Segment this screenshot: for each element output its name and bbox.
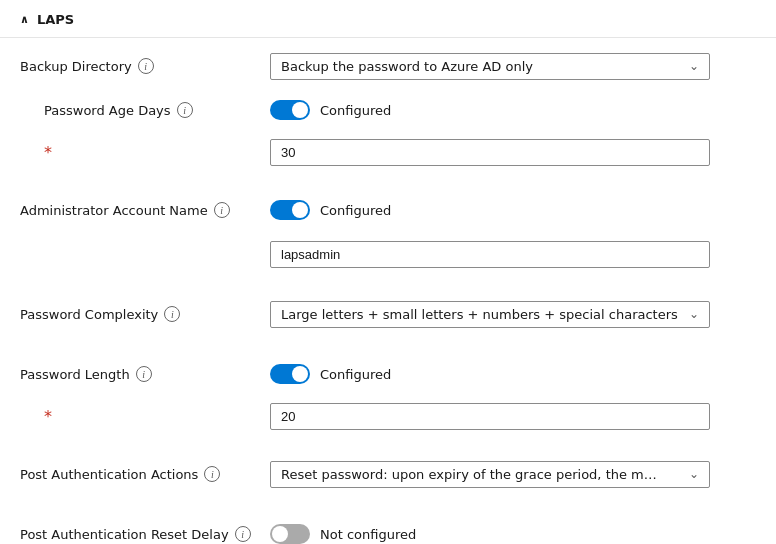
label-admin-account-name: Administrator Account Name i: [20, 202, 270, 218]
dropdown-post-auth-actions[interactable]: Reset password: upon expiry of the grace…: [270, 461, 710, 488]
control-password-complexity: Large letters + small letters + numbers …: [270, 301, 756, 328]
label-password-complexity: Password Complexity i: [20, 306, 270, 322]
label-password-age-days: Password Age Days i: [20, 102, 270, 118]
info-icon-backup-directory[interactable]: i: [138, 58, 154, 74]
control-post-auth-actions: Reset password: upon expiry of the grace…: [270, 461, 756, 488]
toggle-label-password-length: Configured: [320, 367, 391, 382]
input-control-password-age-days: [270, 139, 756, 166]
info-icon-post-auth-actions[interactable]: i: [204, 466, 220, 482]
input-control-admin-account-name: [270, 241, 756, 268]
info-icon-post-auth-reset-delay[interactable]: i: [235, 526, 251, 542]
label-post-auth-actions: Post Authentication Actions i: [20, 466, 270, 482]
section-chevron-icon[interactable]: ∧: [20, 13, 29, 26]
label-post-auth-reset-delay: Post Authentication Reset Delay i: [20, 526, 270, 542]
field-row-password-length: Password Length i Configured: [20, 354, 756, 394]
field-row-post-auth-actions: Post Authentication Actions i Reset pass…: [20, 454, 756, 494]
field-row-admin-account-name: Administrator Account Name i Configured: [20, 190, 756, 230]
divider-2: [20, 282, 756, 294]
field-row-password-complexity: Password Complexity i Large letters + sm…: [20, 294, 756, 334]
field-group-post-auth-reset-delay: Post Authentication Reset Delay i Not co…: [20, 514, 756, 544]
field-row-backup-directory: Backup Directory i Backup the password t…: [20, 46, 756, 86]
field-group-password-length: Password Length i Configured *: [20, 354, 756, 434]
section-header: ∧ LAPS: [0, 0, 776, 38]
input-admin-account-name[interactable]: [270, 241, 710, 268]
toggle-post-auth-reset-delay[interactable]: [270, 524, 310, 544]
control-backup-directory: Backup the password to Azure AD only ⌄: [270, 53, 756, 80]
info-icon-password-age-days[interactable]: i: [177, 102, 193, 118]
toggle-row-admin-account-name: Configured: [270, 200, 756, 220]
control-password-length-toggle: Configured: [270, 364, 756, 384]
control-password-age-days: Configured: [270, 100, 756, 120]
toggle-label-admin-account-name: Configured: [320, 203, 391, 218]
toggle-row-password-length: Configured: [270, 364, 756, 384]
divider-5: [20, 502, 756, 514]
field-group-backup-directory: Backup Directory i Backup the password t…: [20, 46, 756, 170]
toggle-label-password-age-days: Configured: [320, 103, 391, 118]
info-icon-password-length[interactable]: i: [136, 366, 152, 382]
required-star-password-length: *: [20, 407, 270, 426]
required-star-password-age-days: *: [20, 143, 270, 162]
section-title: LAPS: [37, 12, 74, 27]
dropdown-password-complexity[interactable]: Large letters + small letters + numbers …: [270, 301, 710, 328]
divider-1: [20, 178, 756, 190]
input-control-password-length: [270, 403, 756, 430]
field-group-password-complexity: Password Complexity i Large letters + sm…: [20, 294, 756, 334]
dropdown-arrow-backup-directory: ⌄: [689, 59, 699, 73]
field-row-post-auth-reset-delay: Post Authentication Reset Delay i Not co…: [20, 514, 756, 544]
toggle-password-length[interactable]: [270, 364, 310, 384]
field-row-password-age-days: Password Age Days i Configured: [20, 90, 756, 130]
divider-3: [20, 342, 756, 354]
dropdown-backup-directory[interactable]: Backup the password to Azure AD only ⌄: [270, 53, 710, 80]
toggle-label-post-auth-reset-delay: Not configured: [320, 527, 416, 542]
toggle-admin-account-name[interactable]: [270, 200, 310, 220]
control-post-auth-reset-delay: Not configured: [270, 524, 756, 544]
toggle-thumb-post-auth-reset-delay: [272, 526, 288, 542]
input-password-length[interactable]: [270, 403, 710, 430]
divider-4: [20, 442, 756, 454]
required-row-password-length: *: [20, 398, 756, 434]
dropdown-arrow-password-complexity: ⌄: [689, 307, 699, 321]
field-group-password-age-days: Password Age Days i Configured *: [20, 90, 756, 170]
info-icon-password-complexity[interactable]: i: [164, 306, 180, 322]
required-row-password-age-days: *: [20, 134, 756, 170]
field-group-admin-account-name: Administrator Account Name i Configured: [20, 190, 756, 274]
toggle-thumb-password-age-days: [292, 102, 308, 118]
input-password-age-days[interactable]: [270, 139, 710, 166]
field-group-post-auth-actions: Post Authentication Actions i Reset pass…: [20, 454, 756, 494]
toggle-thumb-admin-account-name: [292, 202, 308, 218]
toggle-thumb-password-length: [292, 366, 308, 382]
label-backup-directory: Backup Directory i: [20, 58, 270, 74]
control-admin-account-name-toggle: Configured: [270, 200, 756, 220]
dropdown-arrow-post-auth-actions: ⌄: [689, 467, 699, 481]
info-icon-admin-account-name[interactable]: i: [214, 202, 230, 218]
toggle-row-post-auth-reset-delay: Not configured: [270, 524, 756, 544]
toggle-password-age-days[interactable]: [270, 100, 310, 120]
field-row-admin-account-name-input: [20, 234, 756, 274]
label-password-length: Password Length i: [20, 366, 270, 382]
toggle-row-password-age-days: Configured: [270, 100, 756, 120]
content-area: Backup Directory i Backup the password t…: [0, 38, 776, 544]
